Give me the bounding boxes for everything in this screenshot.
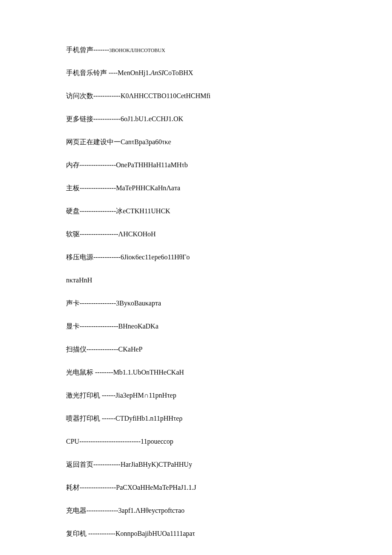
chinese-term: 网页正在建设中一	[66, 138, 121, 145]
latin-term: Jia3epHM∩11pnHτep	[115, 392, 176, 399]
chinese-term: 主板	[66, 184, 80, 192]
dash-separator: ------------	[86, 530, 115, 537]
chinese-term: 手机音乐铃声	[66, 69, 107, 76]
dash-separator: ----------------	[80, 299, 116, 307]
chinese-term-2: 冰	[116, 207, 123, 215]
text-line: 耗材----------------PaCXOaHHeMaTePHaJ1.1.J	[66, 482, 326, 493]
document-content: 手机曾声-------3BOHOKЛЛHCOTOBUX手机音乐铃声 ----Me…	[66, 45, 326, 552]
latin-term: nκтaHnH	[66, 276, 92, 284]
latin-term: MenOnHj1.	[118, 69, 150, 76]
dash-separator: ----------------	[80, 207, 116, 215]
text-line: 光电鼠标 --------Mb1.1.UbOnTHHeCKaH	[66, 367, 326, 378]
latin-term: HarJiaBHyK)CTPaHHUy	[121, 461, 192, 468]
latin-term: 11poueccop	[141, 438, 173, 445]
dash-separator: -----------------	[80, 323, 118, 330]
text-line: 手机音乐铃声 ----MenOnHj1.AnSICoToBHX	[66, 68, 326, 78]
text-line: 内存----------------OnePaTHHHaH11aMHτb	[66, 160, 326, 170]
chinese-term: 耗材	[66, 484, 80, 491]
text-line: CPU---------------------------11poueccop	[66, 436, 326, 447]
text-line: 充电器--------------3apf1.ΛHθeyстpoftcтao	[66, 506, 326, 516]
text-line: nκтaHnH	[66, 275, 326, 285]
latin-term: CanτBpa3pa60τκe	[121, 138, 171, 145]
dash-separator: -------	[93, 46, 109, 53]
text-line: 返回首页------------HarJiaBHyK)CTPaHHUy	[66, 459, 326, 470]
chinese-term: 充电器	[66, 507, 86, 514]
text-line: 激光打印机 ------Jia3epHM∩11pnHτep	[66, 390, 326, 401]
chinese-term: 硬盘	[66, 207, 80, 215]
dash-separator: ----	[107, 69, 118, 76]
latin-italic: AnSI	[150, 69, 164, 76]
text-line: 硬盘----------------冰eCTKH11UHCK	[66, 206, 326, 216]
dash-separator: --------	[93, 369, 113, 376]
dash-separator: --------------	[86, 346, 118, 353]
chinese-term: 手机曾声	[66, 46, 93, 53]
chinese-term: 更多链接	[66, 115, 93, 122]
chinese-term: 声卡	[66, 299, 80, 307]
chinese-term: 移压电源	[66, 253, 93, 261]
latin-term-after: CoToBHX	[164, 69, 193, 76]
dash-separator: --------------	[86, 507, 118, 514]
chinese-term: 访问次数	[66, 92, 93, 99]
chinese-term: CPU	[66, 438, 79, 445]
latin-term: 6oJ1.bU1.eCCHJ1.OK	[121, 115, 183, 122]
latin-term: KonnpoBajibHUOa1111apaτ	[115, 530, 195, 537]
text-line: 声卡----------------3ByκoBauκapтa	[66, 298, 326, 308]
dash-separator: ---------------------------	[79, 438, 141, 445]
dash-separator: ----------------	[80, 484, 116, 491]
text-line: 访问次数------------K0ΛHHCCTBO110CetHCHMfi	[66, 91, 326, 101]
text-line: 软驱-----------------ΛHCKOHoH	[66, 229, 326, 239]
chinese-term: 显卡	[66, 323, 80, 330]
text-line: 喷器打印机 ------CTDyfiHb1.n11pHHτeρ	[66, 413, 326, 424]
chinese-term: 复印机	[66, 530, 86, 537]
chinese-term: 光电鼠标	[66, 369, 93, 376]
text-line: 主板----------------MaTePHHCKaHnΛaтa	[66, 183, 326, 193]
dash-separator: ----------------	[80, 184, 116, 192]
chinese-term: 喷器打印机	[66, 415, 100, 422]
dash-separator: ------	[100, 392, 115, 399]
latin-term: Mb1.1.UbOnTHHeCKaH	[113, 369, 184, 376]
text-line: 更多链接------------6oJ1.bU1.eCCHJ1.OK	[66, 114, 326, 124]
chinese-term: 内存	[66, 161, 80, 169]
dash-separator: ------------	[93, 92, 121, 99]
chinese-term: 软驱	[66, 230, 80, 238]
dash-separator: -----------------	[80, 230, 118, 238]
latin-term: CKaHeP	[118, 346, 143, 353]
dash-separator: ------	[100, 415, 115, 422]
latin-term: 3apf1.ΛHθeyстpoftcтao	[118, 507, 184, 514]
latin-term: CTDyfiHb1.n11pHHτeρ	[115, 415, 182, 422]
text-line: 扫描仪--------------CKaHeP	[66, 344, 326, 355]
latin-term: eCTKH11UHCK	[123, 207, 170, 215]
latin-term: BHneoKaDKa	[118, 323, 159, 330]
latin-term: ΛHCKOHoH	[118, 230, 156, 238]
text-line: 网页正在建设中一CanτBpa3pa60τκe	[66, 137, 326, 147]
text-line: 复印机 ------------KonnpoBajibHUOa1111apaτ	[66, 529, 326, 539]
chinese-term: 激光打印机	[66, 392, 100, 399]
latin-term: 6Jioκ6ec11epe6o11HθΓo	[121, 253, 190, 261]
dash-separator: ------------	[93, 115, 121, 122]
latin-term: K0ΛHHCCTBO110CetHCHMfi	[121, 92, 210, 99]
chinese-term: 扫描仪	[66, 346, 86, 353]
latin-term: 3ByκoBauκapтa	[116, 299, 161, 307]
chinese-term: 返回首页	[66, 461, 93, 468]
latin-term: OnePaTHHHaH11aMHτb	[116, 161, 187, 169]
latin-term: MaTePHHCKaHnΛaтa	[116, 184, 180, 192]
dash-separator: ----------------	[80, 161, 116, 169]
text-line: 手机曾声-------3BOHOKЛЛHCOTOBUX	[66, 45, 326, 55]
dash-separator: ------------	[93, 461, 121, 468]
text-line: 显卡-----------------BHneoKaDKa	[66, 321, 326, 331]
latin-term: PaCXOaHHeMaTePHaJ1.1.J	[116, 484, 196, 491]
text-line: 移压电源------------6Jioκ6ec11epe6o11HθΓo	[66, 252, 326, 262]
dash-separator: ------------	[93, 253, 121, 261]
latin-term: 3BOHOKЛЛHCOTOBUX	[109, 47, 165, 53]
